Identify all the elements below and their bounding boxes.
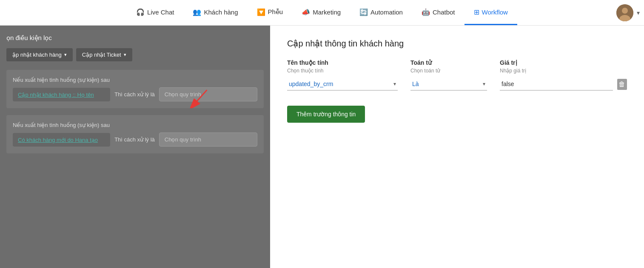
nav-right-area: ▾ <box>616 0 644 25</box>
value-row: 🗑 <box>500 78 627 91</box>
nav-chatbot[interactable]: 🤖 Chatbot <box>412 0 464 25</box>
update-customer-label: ập nhật khách hàng <box>12 52 62 58</box>
operator-select[interactable]: Là ▾ <box>410 78 487 91</box>
attribute-chevron-icon: ▾ <box>393 81 396 87</box>
rule1-process-box[interactable]: Chọn quy trình <box>159 87 257 101</box>
filter-title: ọn điều kiện lọc <box>6 34 264 42</box>
add-field-label: Thêm trường thông tin <box>296 111 356 118</box>
operator-label: Toán tử <box>410 59 487 66</box>
main-layout: ọn điều kiện lọc ập nhật khách hàng ▾ Cậ… <box>0 26 644 268</box>
rule1-condition-link[interactable]: Cập nhật khách hàng :: Họ tên <box>18 92 94 98</box>
operator-col: Toán tử Chọn toán tử Là ▾ <box>410 59 487 91</box>
operator-sublabel: Chọn toán tử <box>410 68 487 74</box>
rule2-process-placeholder: Chọn quy trình <box>165 136 201 143</box>
attribute-sublabel: Chọn thuộc tính <box>287 68 398 74</box>
attribute-value: updated_by_crm <box>289 81 333 87</box>
left-panel: ọn điều kiện lọc ập nhật khách hàng ▾ Cậ… <box>0 26 270 268</box>
attribute-select[interactable]: updated_by_crm ▾ <box>287 78 398 91</box>
add-field-button[interactable]: Thêm trường thông tin <box>287 106 365 123</box>
value-input[interactable] <box>500 78 613 91</box>
rule2-condition: Có khách hàng mới do Hana tạo Thì cách x… <box>13 133 257 147</box>
panel-title: Cập nhật thông tin khách hàng <box>287 38 627 49</box>
rule1-then-label: Thì cách xử lý là <box>114 91 155 98</box>
action-buttons: ập nhật khách hàng ▾ Cập nhật Ticket ▾ <box>6 48 264 61</box>
rule-block-2: Nếu xuất hiện tình huống (sự kiện) sau C… <box>6 115 264 153</box>
nav-pheu[interactable]: 🔽 Phễu <box>248 0 293 25</box>
rule1-condition: Cập nhật khách hàng :: Họ tên Thì cách x… <box>13 87 257 101</box>
rule-block-1: Nếu xuất hiện tình huống (sự kiện) sau C… <box>6 70 264 108</box>
right-panel: Cập nhật thông tin khách hàng Tên thuộc … <box>270 26 644 268</box>
value-sublabel: Nhập giá trị <box>500 68 627 74</box>
value-label: Giá trị <box>500 59 627 66</box>
live-chat-icon: 🎧 <box>136 8 145 16</box>
avatar-chevron-icon[interactable]: ▾ <box>637 9 640 16</box>
nav-khach-hang-label: Khách hàng <box>204 9 238 16</box>
nav-workflow[interactable]: ⊞ Workflow <box>464 0 517 25</box>
fields-row: Tên thuộc tính Chọn thuộc tính updated_b… <box>287 59 627 91</box>
update-customer-chevron-icon: ▾ <box>64 52 67 58</box>
chatbot-icon: 🤖 <box>422 8 430 16</box>
nav-marketing-label: Marketing <box>313 9 341 16</box>
nav-live-chat[interactable]: 🎧 Live Chat <box>127 0 183 25</box>
delete-field-btn[interactable]: 🗑 <box>617 79 627 90</box>
update-ticket-chevron-icon: ▾ <box>124 52 126 58</box>
value-col: Giá trị Nhập giá trị 🗑 <box>500 59 627 91</box>
nav-marketing[interactable]: 📣 Marketing <box>292 0 350 25</box>
operator-chevron-icon: ▾ <box>483 81 485 87</box>
rule2-condition-box[interactable]: Có khách hàng mới do Hana tạo <box>13 133 110 147</box>
nav-pheu-label: Phễu <box>268 8 283 16</box>
nav-workflow-label: Workflow <box>482 9 508 16</box>
svg-point-1 <box>622 8 628 14</box>
workflow-icon: ⊞ <box>474 8 479 16</box>
rule2-process-box[interactable]: Chọn quy trình <box>159 133 257 147</box>
user-avatar[interactable] <box>616 4 633 21</box>
nav-automation-label: Automation <box>370 9 403 16</box>
attribute-col: Tên thuộc tính Chọn thuộc tính updated_b… <box>287 59 398 91</box>
rule1-process-placeholder: Chọn quy trình <box>165 91 201 98</box>
nav-chatbot-label: Chatbot <box>433 9 455 16</box>
rule2-then-label: Thì cách xử lý là <box>114 136 155 143</box>
update-customer-btn[interactable]: ập nhật khách hàng ▾ <box>6 48 73 61</box>
nav-live-chat-label: Live Chat <box>147 9 174 16</box>
attribute-label: Tên thuộc tính <box>287 59 398 66</box>
update-ticket-btn[interactable]: Cập nhật Ticket ▾ <box>76 48 132 61</box>
rule2-label: Nếu xuất hiện tình huống (sự kiện) sau <box>13 122 257 128</box>
khach-hang-icon: 👥 <box>193 8 201 16</box>
operator-value: Là <box>412 81 419 87</box>
top-nav: 🎧 Live Chat 👥 Khách hàng 🔽 Phễu 📣 Market… <box>0 0 644 26</box>
automation-icon: 🔄 <box>359 8 368 16</box>
rule2-condition-link[interactable]: Có khách hàng mới do Hana tạo <box>18 137 98 143</box>
nav-automation[interactable]: 🔄 Automation <box>350 0 412 25</box>
update-ticket-label: Cập nhật Ticket <box>82 52 121 58</box>
nav-khach-hang[interactable]: 👥 Khách hàng <box>183 0 247 25</box>
rule1-label: Nếu xuất hiện tình huống (sự kiện) sau <box>13 77 257 83</box>
marketing-icon: 📣 <box>302 8 310 16</box>
trash-icon: 🗑 <box>618 81 625 88</box>
pheu-icon: 🔽 <box>257 8 265 16</box>
rule1-condition-box[interactable]: Cập nhật khách hàng :: Họ tên <box>13 88 110 101</box>
